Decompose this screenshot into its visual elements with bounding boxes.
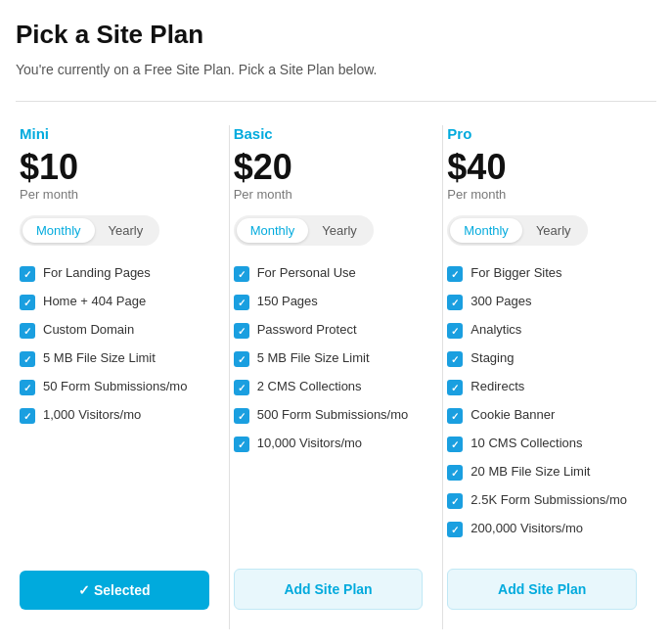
monthly-btn-pro[interactable]: Monthly	[450, 218, 522, 243]
list-item: Home + 404 Page	[20, 294, 209, 310]
billing-toggle-pro: MonthlyYearly	[447, 215, 587, 246]
check-icon	[234, 351, 249, 367]
feature-list-mini: For Landing PagesHome + 404 PageCustom D…	[20, 265, 209, 551]
feature-text: 300 Pages	[470, 294, 531, 308]
check-icon	[20, 408, 35, 424]
billing-toggle-basic: MonthlyYearly	[234, 215, 374, 246]
check-icon	[234, 295, 249, 310]
list-item: Password Protect	[234, 322, 424, 339]
plan-column-basic: Basic$20Per monthMonthlyYearlyFor Person…	[230, 125, 444, 629]
list-item: Analytics	[447, 322, 637, 339]
check-icon	[447, 522, 463, 537]
check-icon	[20, 295, 35, 310]
feature-text: 10,000 Visitors/mo	[257, 436, 362, 450]
billing-toggle-mini: MonthlyYearly	[20, 215, 159, 246]
plan-period-basic: Per month	[234, 187, 424, 202]
page-title: Pick a Site Plan	[16, 20, 656, 50]
check-icon	[447, 295, 463, 310]
feature-text: 10 CMS Collections	[470, 436, 582, 450]
check-icon	[447, 323, 463, 339]
list-item: 150 Pages	[234, 294, 424, 310]
feature-text: 200,000 Visitors/mo	[470, 521, 583, 535]
action-btn-basic[interactable]: Add Site Plan	[234, 569, 424, 610]
list-item: 10 CMS Collections	[447, 436, 637, 452]
list-item: 5 MB File Size Limit	[20, 350, 209, 367]
list-item: 300 Pages	[447, 294, 637, 310]
list-item: 5 MB File Size Limit	[234, 350, 424, 367]
check-icon	[234, 380, 249, 395]
list-item: 1,000 Visitors/mo	[20, 407, 209, 424]
check-icon	[234, 266, 249, 282]
feature-text: 1,000 Visitors/mo	[43, 407, 141, 422]
check-icon	[20, 380, 35, 395]
plan-price-pro: $40	[447, 150, 637, 185]
list-item: Staging	[447, 350, 637, 367]
list-item: 2 CMS Collections	[234, 379, 424, 395]
action-btn-pro[interactable]: Add Site Plan	[447, 569, 637, 610]
feature-text: 500 Form Submissions/mo	[257, 407, 409, 422]
action-btn-mini[interactable]: ✓ Selected	[20, 571, 209, 610]
list-item: Custom Domain	[20, 322, 209, 339]
feature-text: Home + 404 Page	[43, 294, 146, 308]
plan-column-mini: Mini$10Per monthMonthlyYearlyFor Landing…	[16, 125, 230, 629]
check-icon	[447, 437, 463, 452]
list-item: For Bigger Sites	[447, 265, 637, 282]
list-item: 500 Form Submissions/mo	[234, 407, 424, 424]
feature-text: Password Protect	[257, 322, 357, 337]
yearly-btn-basic[interactable]: Yearly	[308, 218, 371, 243]
monthly-btn-mini[interactable]: Monthly	[22, 218, 95, 243]
yearly-btn-pro[interactable]: Yearly	[522, 218, 585, 243]
list-item: 200,000 Visitors/mo	[447, 521, 637, 537]
feature-text: Cookie Banner	[470, 407, 555, 422]
check-icon	[447, 380, 463, 395]
yearly-btn-mini[interactable]: Yearly	[95, 218, 157, 243]
feature-text: 150 Pages	[257, 294, 318, 308]
check-icon	[20, 323, 35, 339]
feature-text: For Landing Pages	[43, 265, 151, 280]
feature-text: 2.5K Form Submissions/mo	[470, 492, 627, 507]
plan-column-pro: Pro$40Per monthMonthlyYearlyFor Bigger S…	[443, 125, 656, 629]
feature-text: 20 MB File Size Limit	[470, 464, 590, 479]
plan-price-basic: $20	[234, 150, 424, 185]
check-icon	[234, 408, 249, 424]
feature-text: Custom Domain	[43, 322, 134, 337]
feature-text: 5 MB File Size Limit	[257, 350, 370, 365]
check-icon	[234, 323, 249, 339]
feature-text: For Personal Use	[257, 265, 356, 280]
feature-text: Redirects	[470, 379, 524, 393]
list-item: 50 Form Submissions/mo	[20, 379, 209, 395]
list-item: Redirects	[447, 379, 637, 395]
list-item: For Personal Use	[234, 265, 424, 282]
feature-text: 2 CMS Collections	[257, 379, 362, 393]
feature-text: 5 MB File Size Limit	[43, 350, 156, 365]
plan-period-mini: Per month	[20, 187, 209, 202]
list-item: For Landing Pages	[20, 265, 209, 282]
monthly-btn-basic[interactable]: Monthly	[237, 218, 309, 243]
feature-list-basic: For Personal Use150 PagesPassword Protec…	[234, 265, 424, 549]
check-icon	[447, 408, 463, 424]
feature-text: Staging	[470, 350, 514, 365]
plan-name-pro: Pro	[447, 125, 637, 142]
page-subtitle: You're currently on a Free Site Plan. Pi…	[16, 62, 656, 77]
list-item: 2.5K Form Submissions/mo	[447, 492, 637, 509]
feature-text: For Bigger Sites	[470, 265, 561, 280]
feature-text: 50 Form Submissions/mo	[43, 379, 187, 393]
list-item: 10,000 Visitors/mo	[234, 436, 424, 452]
plan-price-mini: $10	[20, 150, 209, 185]
check-icon	[447, 266, 463, 282]
list-item: Cookie Banner	[447, 407, 637, 424]
check-icon	[234, 437, 249, 452]
check-icon	[20, 351, 35, 367]
check-icon	[20, 266, 35, 282]
plans-container: Mini$10Per monthMonthlyYearlyFor Landing…	[16, 101, 656, 629]
plan-name-mini: Mini	[20, 125, 209, 142]
check-icon	[447, 351, 463, 367]
check-icon	[447, 465, 463, 481]
check-icon	[447, 493, 463, 509]
feature-list-pro: For Bigger Sites300 PagesAnalyticsStagin…	[447, 265, 637, 549]
list-item: 20 MB File Size Limit	[447, 464, 637, 481]
plan-name-basic: Basic	[234, 125, 424, 142]
feature-text: Analytics	[470, 322, 521, 337]
plan-period-pro: Per month	[447, 187, 637, 202]
